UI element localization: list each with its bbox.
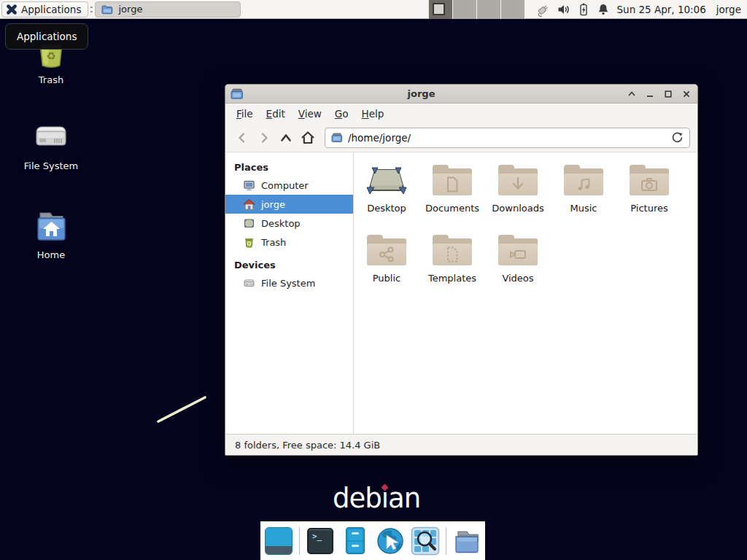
trash-icon: [243, 236, 255, 249]
user-home-icon: [243, 198, 255, 211]
battery-icon[interactable]: [577, 3, 590, 16]
folder-item-desktop[interactable]: Desktop: [354, 161, 419, 231]
debian-logo-text: deb: [333, 483, 382, 515]
network-icon[interactable]: [535, 2, 551, 17]
desktop: Applications jorge: [0, 0, 747, 560]
path-folder-icon: [331, 132, 343, 143]
workspace-1[interactable]: [429, 0, 453, 19]
terminal-launcher[interactable]: >_: [306, 526, 335, 556]
menu-help[interactable]: Help: [355, 105, 391, 122]
dock-separator: [446, 527, 446, 555]
templates-folder-icon: [444, 246, 460, 263]
home-icon: [300, 130, 316, 146]
file-manager-window: jorge File Edit View Go Help: [225, 84, 698, 456]
desktop-special-icon: [365, 163, 408, 197]
folder-item-documents[interactable]: Documents: [419, 161, 485, 231]
folder-label: Downloads: [492, 203, 543, 214]
folder-label: Pictures: [630, 203, 667, 214]
desktop-icon-label: Trash: [39, 74, 63, 85]
folder-item-videos[interactable]: Videos: [485, 231, 551, 301]
menu-view[interactable]: View: [292, 105, 328, 122]
file-manager-launcher[interactable]: [341, 526, 370, 556]
cursor-line: [153, 392, 212, 426]
sidebar-item-trash[interactable]: Trash: [225, 233, 353, 252]
folder-label: Documents: [425, 203, 479, 214]
applications-tooltip: Applications: [5, 23, 88, 50]
pictures-folder-icon: [640, 176, 659, 193]
sidebar-devices-header: Devices: [225, 256, 353, 273]
statusbar: 8 folders, Free space: 14.4 GiB: [225, 434, 697, 455]
debian-logo-text: an: [388, 483, 420, 515]
home-button[interactable]: [297, 127, 319, 149]
sidebar-item-jorge[interactable]: jorge: [225, 195, 353, 214]
sidebar-item-label: jorge: [261, 199, 285, 210]
xfce-logo-icon: [6, 4, 18, 15]
panel-clock[interactable]: Sun 25 Apr, 10:06: [617, 4, 706, 15]
workspace-3[interactable]: [477, 0, 501, 19]
maximize-button[interactable]: [663, 90, 673, 99]
music-folder-icon: [575, 176, 592, 193]
directory-menu-launcher[interactable]: [452, 526, 481, 556]
debian-logo-i: ı: [382, 483, 388, 515]
minimize-button[interactable]: [645, 90, 654, 99]
folder-item-templates[interactable]: Templates: [419, 231, 485, 301]
web-browser-launcher[interactable]: [376, 526, 405, 556]
volume-icon[interactable]: [557, 3, 570, 16]
sidebar-item-desktop[interactable]: Desktop: [225, 214, 353, 233]
titlebar[interactable]: jorge: [225, 85, 697, 104]
show-desktop-button[interactable]: [264, 526, 293, 556]
applications-menu-label: Applications: [21, 4, 81, 15]
show-desktop-icon: [265, 527, 293, 555]
shade-button[interactable]: [627, 90, 636, 99]
terminal-icon: >_: [307, 528, 333, 554]
folder-item-pictures[interactable]: Pictures: [616, 161, 682, 231]
debian-logo: debıan: [333, 483, 420, 518]
folder-label: Public: [373, 273, 400, 284]
close-button[interactable]: [681, 90, 691, 99]
toolbar: [225, 123, 697, 152]
svg-text:♻: ♻: [46, 50, 55, 63]
app-finder-icon: [411, 526, 440, 556]
menubar: File Edit View Go Help: [225, 104, 697, 123]
back-button[interactable]: [231, 127, 253, 149]
forward-button[interactable]: [253, 127, 275, 149]
location-bar[interactable]: [325, 128, 690, 148]
panel-username[interactable]: jorge: [716, 4, 741, 15]
workspace-window-preview: [433, 3, 445, 15]
statusbar-text: 8 folders, Free space: 14.4 GiB: [235, 440, 380, 451]
folder-label: Templates: [428, 273, 476, 284]
desktop-icon-home[interactable]: Home: [13, 209, 89, 260]
system-tray: [535, 2, 610, 17]
panel-separator-handle: [90, 3, 93, 16]
desktop-icon-filesystem[interactable]: File System: [13, 120, 89, 171]
path-input[interactable]: [348, 132, 671, 144]
menu-file[interactable]: File: [230, 105, 260, 122]
public-folder-icon: [378, 246, 395, 263]
taskbar-window-button[interactable]: jorge: [95, 1, 241, 18]
top-panel: Applications jorge: [0, 0, 747, 19]
folder-item-downloads[interactable]: Downloads: [485, 161, 551, 231]
sidebar-item-label: Desktop: [261, 218, 301, 229]
desktop-icon-label: Home: [37, 249, 65, 260]
application-finder-launcher[interactable]: [411, 526, 440, 556]
workspace-2[interactable]: [453, 0, 477, 19]
directory-menu-icon: [452, 526, 481, 556]
sidebar-item-label: Trash: [261, 237, 286, 248]
applications-menu-button[interactable]: Applications: [1, 1, 88, 18]
videos-folder-icon: [508, 246, 528, 263]
sidebar-item-computer[interactable]: Computer: [225, 176, 353, 195]
notifications-icon[interactable]: [597, 3, 610, 16]
sidebar-item-file-system[interactable]: File System: [225, 273, 353, 292]
workspace-switcher: [428, 0, 525, 19]
menu-go[interactable]: Go: [328, 105, 355, 122]
web-browser-icon: [376, 526, 405, 556]
sidebar-item-label: File System: [261, 278, 315, 289]
up-button[interactable]: [275, 127, 297, 149]
menu-edit[interactable]: Edit: [260, 105, 292, 122]
folder-item-music[interactable]: Music: [551, 161, 616, 231]
workspace-4[interactable]: [501, 0, 525, 19]
reload-icon[interactable]: [671, 131, 684, 144]
sidebar-places-header: Places: [225, 158, 353, 176]
downloads-folder-icon: [509, 176, 527, 193]
folder-item-public[interactable]: Public: [354, 231, 419, 301]
